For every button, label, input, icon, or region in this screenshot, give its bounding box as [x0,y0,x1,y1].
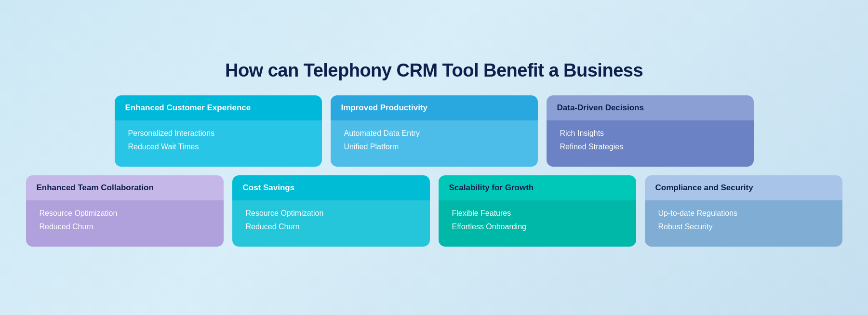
card-team-header: Enhanced Team Collaboration [26,175,224,200]
card-scalability: Scalability for Growth Flexible Features… [439,175,636,247]
card-team-collaboration: Enhanced Team Collaboration Resource Opt… [26,175,224,247]
card-compliance-security: Compliance and Security Up-to-date Regul… [645,175,842,247]
card-team-body: Resource Optimization Reduced Churn [26,200,224,247]
list-item: Resource Optimization [246,209,419,218]
card-data-driven: Data-Driven Decisions Rich Insights Refi… [547,95,754,167]
list-item: Refined Strategies [560,143,743,151]
card-customer-body: Personalized Interactions Reduced Wait T… [115,120,322,167]
list-item: Automated Data Entry [344,129,527,138]
card-cost-body: Resource Optimization Reduced Churn [232,200,430,247]
list-item: Reduced Wait Times [128,143,311,151]
card-compliance-header: Compliance and Security [645,175,842,200]
page-title: How can Telephony CRM Tool Benefit a Bus… [10,60,858,81]
card-productivity: Improved Productivity Automated Data Ent… [331,95,538,167]
card-cost-savings: Cost Savings Resource Optimization Reduc… [232,175,430,247]
list-item: Reduced Churn [40,223,213,231]
card-productivity-list: Automated Data Entry Unified Platform [344,129,527,151]
card-row-1: Enhanced Customer Experience Personalize… [10,95,858,167]
list-item: Rich Insights [560,129,743,138]
list-item: Effortless Onboarding [452,223,626,231]
card-scale-header: Scalability for Growth [439,175,636,200]
list-item: Reduced Churn [246,223,419,231]
card-row-2: Enhanced Team Collaboration Resource Opt… [10,175,858,247]
list-item: Flexible Features [452,209,626,218]
list-item: Robust Security [658,223,832,231]
card-data-body: Rich Insights Refined Strategies [547,120,754,167]
card-customer-experience: Enhanced Customer Experience Personalize… [115,95,322,167]
card-scale-body: Flexible Features Effortless Onboarding [439,200,636,247]
card-customer-header: Enhanced Customer Experience [115,95,322,120]
card-team-list: Resource Optimization Reduced Churn [40,209,213,231]
list-item: Unified Platform [344,143,527,151]
list-item: Up-to-date Regulations [658,209,832,218]
card-productivity-body: Automated Data Entry Unified Platform [331,120,538,167]
list-item: Personalized Interactions [128,129,311,138]
card-compliance-list: Up-to-date Regulations Robust Security [658,209,832,231]
card-data-list: Rich Insights Refined Strategies [560,129,743,151]
card-customer-list: Personalized Interactions Reduced Wait T… [128,129,311,151]
card-cost-list: Resource Optimization Reduced Churn [246,209,419,231]
card-productivity-header: Improved Productivity [331,95,538,120]
card-data-header: Data-Driven Decisions [547,95,754,120]
list-item: Resource Optimization [40,209,213,218]
card-compliance-body: Up-to-date Regulations Robust Security [645,200,842,247]
page-container: How can Telephony CRM Tool Benefit a Bus… [10,60,858,255]
card-cost-header: Cost Savings [232,175,430,200]
card-scale-list: Flexible Features Effortless Onboarding [452,209,626,231]
